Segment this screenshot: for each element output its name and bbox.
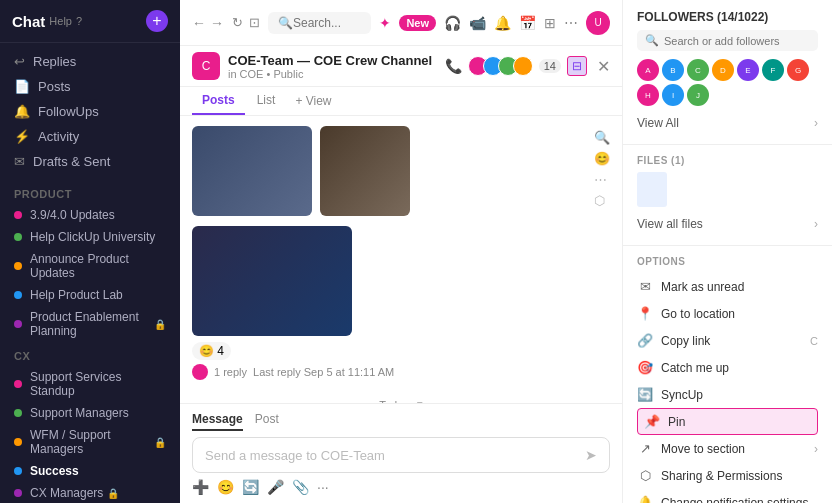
mic-icon[interactable]: 🎤 bbox=[267, 479, 284, 495]
files-section: FILES (1) View all files › bbox=[623, 145, 832, 246]
calendar-icon[interactable]: 📅 bbox=[519, 15, 536, 31]
option-pin[interactable]: 📌 Pin bbox=[637, 408, 818, 435]
followups-icon: 🔔 bbox=[14, 104, 30, 119]
sidebar-item-label: Drafts & Sent bbox=[33, 154, 110, 169]
dot-icon bbox=[14, 233, 22, 241]
sidebar-item-updates1[interactable]: 3.9/4.0 Updates bbox=[0, 204, 180, 226]
right-panel: FOLLOWERS (14/1022) 🔍 A B C D E F G H I … bbox=[622, 0, 832, 503]
option-sharing[interactable]: ⬡ Sharing & Permissions bbox=[637, 462, 818, 489]
headset-icon[interactable]: 🎧 bbox=[444, 15, 461, 31]
search-bar[interactable]: 🔍 bbox=[268, 12, 371, 34]
go-location-icon: 📍 bbox=[637, 306, 653, 321]
tab-posts[interactable]: Posts bbox=[192, 87, 245, 115]
option-notifications[interactable]: 🔔 Change notification settings bbox=[637, 489, 818, 503]
sidebar: Chat Help ? + ↩ Replies 📄 Posts 🔔 Follow… bbox=[0, 0, 180, 503]
file-thumbnail bbox=[637, 172, 667, 207]
back-button[interactable]: ← bbox=[192, 15, 206, 31]
input-toolbar: ➕ 😊 🔄 🎤 📎 ··· bbox=[192, 479, 610, 495]
dot-icon bbox=[14, 489, 22, 497]
sidebar-item-drafts[interactable]: ✉ Drafts & Sent bbox=[0, 149, 180, 174]
refresh-icon[interactable]: ↻ bbox=[232, 15, 243, 30]
new-badge[interactable]: New bbox=[399, 15, 436, 31]
nav-icons: ↻ ⊡ bbox=[232, 15, 260, 30]
option-copy-link[interactable]: 🔗 Copy link C bbox=[637, 327, 818, 354]
video-icon[interactable]: 📹 bbox=[469, 15, 486, 31]
bell-icon[interactable]: 🔔 bbox=[494, 15, 511, 31]
sidebar-item-success[interactable]: Success bbox=[0, 460, 180, 482]
refresh-icon[interactable]: 🔄 bbox=[242, 479, 259, 495]
more-icon[interactable]: ··· bbox=[317, 479, 329, 495]
follower-avatar: A bbox=[637, 59, 659, 81]
channel-info: COE-Team — COE Crew Channel in COE • Pub… bbox=[228, 53, 445, 80]
reaction-button[interactable]: 😊 4 bbox=[192, 342, 231, 360]
view-all-files-button[interactable]: View all files › bbox=[637, 213, 818, 235]
sidebar-item-followups[interactable]: 🔔 FollowUps bbox=[0, 99, 180, 124]
option-mark-unread[interactable]: ✉ Mark as unread bbox=[637, 273, 818, 300]
sidebar-item-cx-mgrs[interactable]: CX Managers 🔒 bbox=[0, 482, 180, 503]
phone-icon[interactable]: 📞 bbox=[445, 58, 462, 74]
emoji-icon[interactable]: 😊 bbox=[217, 479, 234, 495]
search-icon: 🔍 bbox=[645, 34, 659, 47]
followers-title: FOLLOWERS (14/1022) bbox=[637, 10, 768, 24]
follower-avatar: E bbox=[737, 59, 759, 81]
topbar-right: ✦ New 🎧 📹 🔔 📅 ⊞ ⋯ U bbox=[379, 11, 610, 35]
tab-add-view[interactable]: + View bbox=[287, 88, 339, 114]
sidebar-item-university[interactable]: Help ClickUp University bbox=[0, 226, 180, 248]
view-all-label: View All bbox=[637, 116, 679, 130]
star-icon[interactable]: ✦ bbox=[379, 15, 391, 31]
attach-icon[interactable]: 📎 bbox=[292, 479, 309, 495]
follower-avatar: H bbox=[637, 84, 659, 106]
sidebar-item-planning[interactable]: Product Enablement Planning 🔒 bbox=[0, 306, 180, 342]
panel-toggle-button[interactable]: ⊟ bbox=[567, 56, 587, 76]
tab-message[interactable]: Message bbox=[192, 412, 243, 431]
send-button[interactable]: ➤ bbox=[585, 447, 597, 463]
sidebar-item-standup[interactable]: Support Services Standup bbox=[0, 366, 180, 402]
search-input[interactable] bbox=[293, 16, 361, 30]
help-icon[interactable]: ? bbox=[76, 15, 82, 27]
reply-count: 1 reply bbox=[214, 366, 247, 378]
close-channel-button[interactable]: ✕ bbox=[597, 57, 610, 76]
forward-button[interactable]: → bbox=[210, 15, 224, 31]
channel-icon: C bbox=[192, 52, 220, 80]
chevron-right-icon: › bbox=[814, 116, 818, 130]
add-chat-button[interactable]: + bbox=[146, 10, 168, 32]
share-action-icon[interactable]: ⬡ bbox=[594, 193, 610, 208]
followers-search-input[interactable] bbox=[664, 35, 810, 47]
sidebar-item-support-mgrs[interactable]: Support Managers bbox=[0, 402, 180, 424]
sidebar-item-lab[interactable]: Help Product Lab bbox=[0, 284, 180, 306]
nav-back-fwd: ← → bbox=[192, 15, 224, 31]
channel-tabs: Posts List + View bbox=[180, 87, 622, 116]
user-avatar[interactable]: U bbox=[586, 11, 610, 35]
tab-list[interactable]: List bbox=[247, 87, 286, 115]
sidebar-item-replies[interactable]: ↩ Replies bbox=[0, 49, 180, 74]
emoji-action-icon[interactable]: 😊 bbox=[594, 151, 610, 166]
message-input-box[interactable]: Send a message to COE-Team ➤ bbox=[192, 437, 610, 473]
sidebar-item-label: FollowUps bbox=[38, 104, 99, 119]
sidebar-item-wfm[interactable]: WFM / Support Managers 🔒 bbox=[0, 424, 180, 460]
grid-icon[interactable]: ⊞ bbox=[544, 15, 556, 31]
add-icon[interactable]: ➕ bbox=[192, 479, 209, 495]
sidebar-item-posts[interactable]: 📄 Posts bbox=[0, 74, 180, 99]
options-label: OPTIONS bbox=[637, 256, 818, 267]
window-icon[interactable]: ⊡ bbox=[249, 15, 260, 30]
item-label: Support Services Standup bbox=[30, 370, 166, 398]
dot-icon bbox=[14, 211, 22, 219]
item-label: WFM / Support Managers bbox=[30, 428, 150, 456]
follower-avatar: G bbox=[787, 59, 809, 81]
option-go-location[interactable]: 📍 Go to location bbox=[637, 300, 818, 327]
sharing-icon: ⬡ bbox=[637, 468, 653, 483]
sidebar-item-announce[interactable]: Announce Product Updates bbox=[0, 248, 180, 284]
chat-image bbox=[192, 226, 352, 336]
view-all-followers-button[interactable]: View All › bbox=[637, 112, 818, 134]
copy-link-icon: 🔗 bbox=[637, 333, 653, 348]
search-action-icon[interactable]: 🔍 bbox=[594, 130, 610, 145]
followers-search[interactable]: 🔍 bbox=[637, 30, 818, 51]
sidebar-help-label[interactable]: Help bbox=[49, 15, 72, 27]
sidebar-item-activity[interactable]: ⚡ Activity bbox=[0, 124, 180, 149]
apps-icon[interactable]: ⋯ bbox=[564, 15, 578, 31]
option-syncup[interactable]: 🔄 SyncUp bbox=[637, 381, 818, 408]
more-action-icon[interactable]: ⋯ bbox=[594, 172, 610, 187]
tab-post[interactable]: Post bbox=[255, 412, 279, 431]
option-move-section[interactable]: ↗ Move to section › bbox=[637, 435, 818, 462]
option-catch-me-up[interactable]: 🎯 Catch me up bbox=[637, 354, 818, 381]
